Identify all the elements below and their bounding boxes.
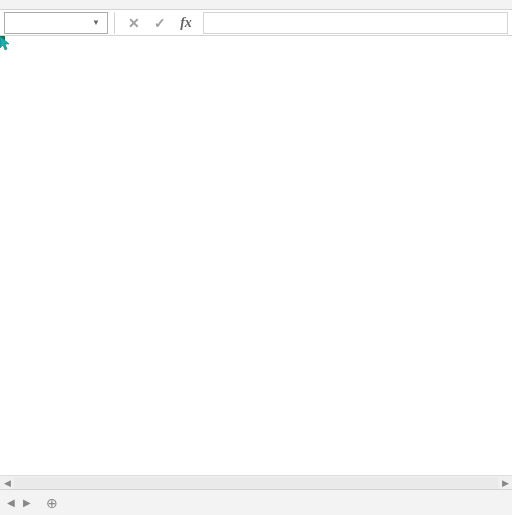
fill-handle[interactable] bbox=[0, 36, 5, 41]
separator bbox=[114, 12, 121, 34]
tab-nav-next-icon[interactable]: ▶ bbox=[20, 497, 34, 508]
name-box[interactable]: ▼ bbox=[4, 12, 108, 34]
scroll-track[interactable] bbox=[14, 477, 498, 489]
mouse-cursor-icon bbox=[0, 36, 12, 52]
ribbon-strip bbox=[0, 0, 512, 10]
selection-box bbox=[0, 36, 4, 40]
formula-input[interactable] bbox=[203, 12, 508, 34]
scroll-right-icon[interactable]: ▶ bbox=[498, 478, 512, 488]
fx-icon[interactable]: fx bbox=[173, 12, 199, 34]
sheet-tabs-bar: ◀ ▶ ⊕ bbox=[0, 489, 512, 515]
scrollbar-horizontal[interactable]: ◀ ▶ bbox=[0, 475, 512, 489]
worksheet[interactable] bbox=[0, 36, 512, 489]
tab-nav-prev-icon[interactable]: ◀ bbox=[4, 497, 18, 508]
add-sheet-button[interactable]: ⊕ bbox=[40, 495, 64, 511]
name-box-dropdown-icon[interactable]: ▼ bbox=[89, 13, 103, 33]
formula-bar: ▼ ✕ ✓ fx bbox=[0, 10, 512, 36]
scroll-left-icon[interactable]: ◀ bbox=[0, 478, 14, 488]
cancel-icon[interactable]: ✕ bbox=[121, 12, 147, 34]
enter-icon[interactable]: ✓ bbox=[147, 12, 173, 34]
